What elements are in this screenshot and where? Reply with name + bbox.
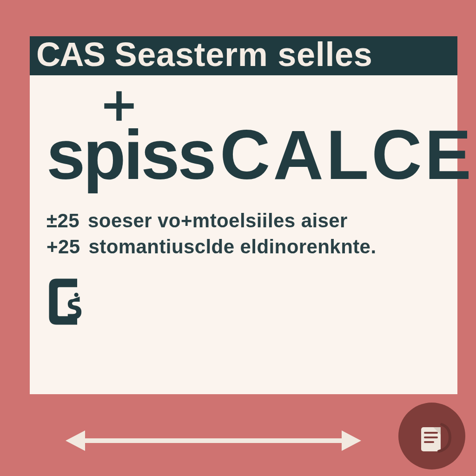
svg-rect-8 bbox=[424, 432, 438, 434]
cs-monogram bbox=[46, 276, 98, 327]
svg-rect-9 bbox=[424, 436, 438, 438]
badge-button[interactable] bbox=[397, 401, 467, 471]
svg-marker-4 bbox=[66, 430, 85, 451]
svg-rect-1 bbox=[104, 103, 133, 109]
hero-row: spiss CALCEI bbox=[46, 124, 441, 186]
line1-text: soeser vo+mtoelsiiles aiser bbox=[88, 208, 348, 234]
line2-text: stomantiusclde eldinorenknte. bbox=[89, 234, 377, 260]
detail-line-2: +25 stomantiusclde eldinorenknte. bbox=[46, 234, 441, 260]
double-arrow-icon bbox=[30, 427, 397, 455]
card-body: spiss CALCEI ±25 soeser vo+mtoelsiiles a… bbox=[30, 75, 457, 329]
detail-line-1: ±25 soeser vo+mtoelsiiles aiser bbox=[46, 208, 441, 234]
info-card: CAS Seasterm selles spiss CALCEI ±25 soe… bbox=[30, 36, 457, 394]
hero-word-left: spiss bbox=[46, 124, 214, 186]
hero-word-right: CALCEI bbox=[220, 124, 476, 186]
line1-code: ±25 bbox=[46, 208, 79, 234]
card-header: CAS Seasterm selles bbox=[30, 36, 457, 75]
svg-rect-10 bbox=[424, 441, 434, 443]
line2-code: +25 bbox=[46, 234, 80, 260]
header-lead: CAS bbox=[36, 36, 105, 73]
header-rest-text: Seasterm selles bbox=[114, 36, 372, 73]
svg-marker-5 bbox=[342, 430, 361, 451]
detail-lines: ±25 soeser vo+mtoelsiiles aiser +25 stom… bbox=[46, 208, 441, 260]
footer bbox=[30, 413, 457, 469]
svg-point-2 bbox=[74, 293, 79, 297]
